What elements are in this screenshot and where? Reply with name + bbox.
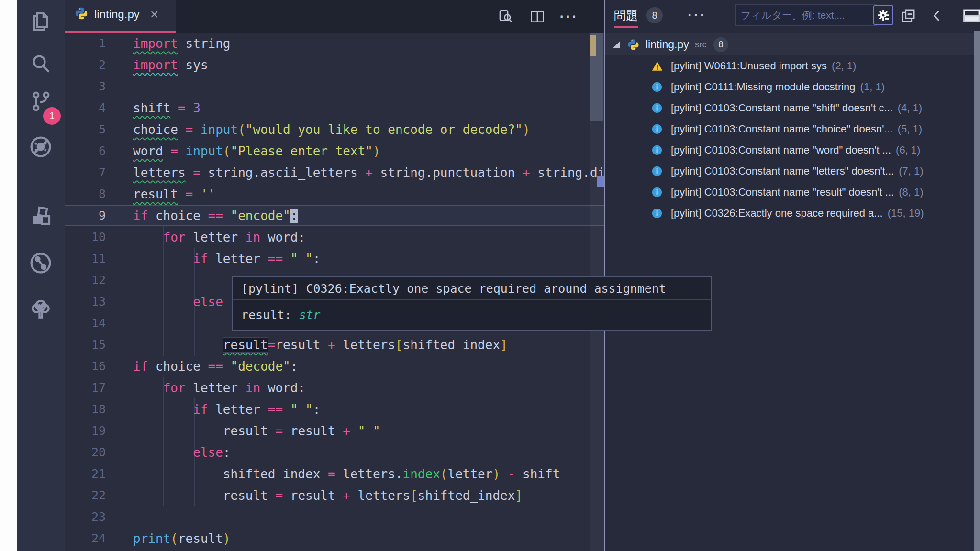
code-text[interactable]: import string: [133, 36, 231, 51]
problem-row[interactable]: [pylint] C0103:Constant name "word" does…: [605, 140, 980, 161]
problem-row[interactable]: [pylint] C0326:Exactly one space require…: [605, 203, 980, 224]
code-text[interactable]: word = input("Please enter text"): [133, 144, 380, 158]
code-line[interactable]: 18 if letter == " ":: [65, 398, 604, 420]
problems-scrollbar[interactable]: [974, 31, 980, 551]
code-text[interactable]: if choice == "decode":: [133, 359, 298, 374]
code-line[interactable]: 1import string: [65, 33, 604, 54]
line-number[interactable]: 5: [65, 122, 112, 136]
problem-row[interactable]: [pylint] W0611:Unused import sys(2, 1): [605, 55, 980, 77]
line-number[interactable]: 7: [65, 165, 112, 179]
code-line[interactable]: 25: [65, 549, 604, 551]
code-text[interactable]: shifted_index = letters.index(letter) - …: [133, 467, 560, 481]
code-line[interactable]: 16if choice == "decode":: [65, 355, 604, 377]
code-line[interactable]: 21 shifted_index = letters.index(letter)…: [65, 463, 604, 485]
line-number[interactable]: 14: [65, 316, 112, 330]
line-number[interactable]: 17: [65, 381, 112, 395]
line-number[interactable]: 15: [65, 338, 112, 352]
problems-tab[interactable]: 問題: [614, 0, 638, 31]
search-icon[interactable]: [28, 50, 54, 76]
problems-more-actions-icon[interactable]: ···: [688, 12, 706, 18]
line-number[interactable]: 4: [65, 101, 112, 115]
code-text[interactable]: for letter in word:: [133, 230, 305, 244]
panel-sash[interactable]: [604, 0, 605, 551]
code-line[interactable]: 3: [65, 76, 604, 97]
code-line[interactable]: 24print(result): [65, 528, 604, 549]
split-editor-icon[interactable]: [529, 9, 546, 25]
code-line[interactable]: 20 else:: [65, 441, 604, 463]
code-text[interactable]: else:: [133, 445, 231, 460]
problems-file-row[interactable]: linting.py src 8: [605, 33, 975, 55]
explorer-icon[interactable]: [28, 9, 54, 34]
code-text[interactable]: result = result + " ": [133, 424, 380, 438]
problem-row[interactable]: [pylint] C0103:Constant name "letters" d…: [605, 161, 980, 182]
line-number[interactable]: 16: [65, 359, 112, 373]
line-number[interactable]: 8: [65, 187, 112, 201]
code-text[interactable]: if letter == " ":: [133, 252, 320, 266]
expand-twisty-icon[interactable]: [613, 41, 620, 48]
line-number[interactable]: 2: [65, 58, 112, 72]
line-number[interactable]: 10: [65, 230, 112, 244]
line-number[interactable]: 6: [65, 144, 112, 158]
code-text[interactable]: result=result + letters[shifted_index]: [133, 338, 508, 352]
tab-linting-py[interactable]: linting.py ×: [65, 0, 176, 33]
code-line[interactable]: 23: [65, 506, 604, 528]
debug-icon[interactable]: [28, 134, 54, 160]
extensions-icon[interactable]: [28, 203, 54, 229]
git-graph-icon[interactable]: [28, 250, 54, 276]
collapse-all-icon[interactable]: [899, 7, 917, 25]
line-number[interactable]: 1: [65, 36, 112, 50]
open-preview-icon[interactable]: [498, 9, 514, 25]
problem-row[interactable]: [pylint] C0103:Constant name "shift" doe…: [605, 98, 980, 119]
code-line[interactable]: 22 result = result + letters[shifted_ind…: [65, 485, 604, 506]
code-line[interactable]: 2import sys: [65, 54, 604, 76]
code-text[interactable]: result = result + letters[shifted_index]: [133, 488, 523, 503]
code-line[interactable]: 4shift = 3: [65, 97, 604, 119]
code-token: shifted_index: [418, 488, 515, 503]
problem-row[interactable]: [pylint] C0103:Constant name "choice" do…: [605, 119, 980, 140]
toggle-panel-icon[interactable]: [963, 7, 980, 25]
line-number[interactable]: 18: [65, 402, 112, 416]
code-text[interactable]: for letter in word:: [133, 381, 305, 395]
line-number[interactable]: 11: [65, 252, 112, 265]
line-number[interactable]: 20: [65, 445, 112, 459]
scrollbar-thumb[interactable]: [590, 33, 603, 121]
code-line[interactable]: 5choice = input("would you like to encod…: [65, 119, 604, 140]
line-number[interactable]: 12: [65, 273, 112, 287]
code-line[interactable]: 19 result = result + " ": [65, 420, 604, 441]
line-number[interactable]: 13: [65, 295, 112, 309]
line-number[interactable]: 21: [65, 467, 112, 481]
code-text[interactable]: shift = 3: [133, 101, 200, 115]
tab-close-icon[interactable]: ×: [150, 7, 159, 22]
line-number[interactable]: 24: [65, 531, 112, 545]
filter-icon[interactable]: [873, 5, 893, 25]
code-line[interactable]: 11 if letter == " ":: [65, 248, 604, 269]
code-line[interactable]: 15 result=result + letters[shifted_index…: [65, 334, 604, 355]
editor-more-actions-icon[interactable]: ···: [561, 9, 577, 25]
line-number[interactable]: 9: [65, 209, 112, 222]
line-number[interactable]: 22: [65, 488, 112, 502]
code-line[interactable]: 10 for letter in word:: [65, 226, 604, 248]
line-number[interactable]: 3: [65, 79, 112, 93]
code-text[interactable]: if letter == " ":: [133, 402, 320, 417]
code-text[interactable]: import sys: [133, 58, 208, 72]
code-text[interactable]: letters = string.ascii_letters + string.…: [133, 165, 604, 180]
code-line[interactable]: 6word = input("Please enter text"): [65, 140, 604, 162]
problem-row[interactable]: [pylint] C0111:Missing module docstring(…: [605, 77, 980, 98]
code-line[interactable]: 8result = '': [65, 183, 604, 205]
code-line[interactable]: 9if choice == "encode":: [65, 205, 604, 226]
test-tree-icon[interactable]: [28, 297, 54, 322]
code-line[interactable]: 7letters = string.ascii_letters + string…: [65, 162, 604, 183]
code-text[interactable]: if choice == "encode":: [133, 209, 298, 223]
line-number[interactable]: 23: [65, 510, 112, 524]
code-text[interactable]: result = '': [133, 187, 215, 201]
code-line[interactable]: 17 for letter in word:: [65, 377, 604, 398]
code-text[interactable]: choice = input("would you like to encode…: [133, 122, 530, 137]
chevron-left-icon[interactable]: [928, 7, 946, 25]
code-text[interactable]: else: [133, 295, 223, 309]
line-number[interactable]: 19: [65, 424, 112, 438]
code-token: [: [410, 488, 418, 503]
problems-filter-input[interactable]: [736, 10, 873, 21]
code-token: [133, 252, 193, 266]
problem-row[interactable]: [pylint] C0103:Constant name "result" do…: [605, 182, 980, 203]
code-text[interactable]: print(result): [133, 531, 231, 546]
